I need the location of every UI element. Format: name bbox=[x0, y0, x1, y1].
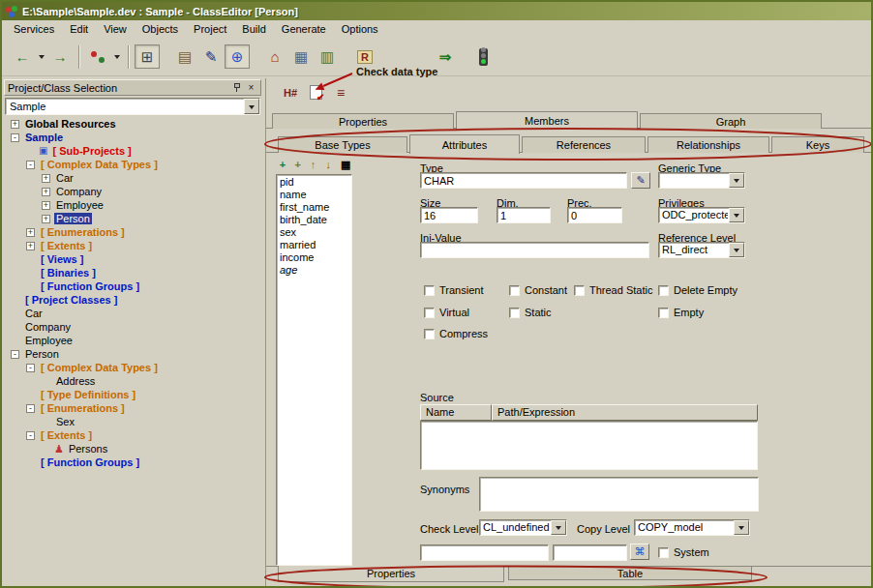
objects-dropdown[interactable] bbox=[111, 44, 123, 69]
member-tab[interactable]: Relationships bbox=[647, 136, 769, 153]
attribute-list-item[interactable]: first_name bbox=[277, 201, 351, 214]
tree-expander[interactable]: - bbox=[26, 431, 35, 440]
tree-item[interactable]: - [ Complex Data Types ] bbox=[5, 158, 260, 171]
tree-item[interactable]: [ Binaries ] bbox=[5, 266, 260, 279]
attribute-list-item[interactable]: name bbox=[277, 189, 351, 201]
copy-level-select[interactable]: COPY_model bbox=[634, 519, 750, 536]
traffic-light-button[interactable] bbox=[470, 44, 496, 69]
attribute-list-item[interactable]: pid bbox=[277, 176, 351, 189]
tree-item[interactable]: [ Project Classes ] bbox=[5, 293, 260, 307]
tree-expander[interactable]: - bbox=[11, 350, 19, 359]
static-checkbox-box[interactable] bbox=[509, 308, 520, 318]
check-level-dropdown-button[interactable] bbox=[551, 520, 566, 535]
move-up-button[interactable]: ↑ bbox=[307, 158, 320, 172]
tree-item[interactable]: ♟ Persons bbox=[5, 442, 260, 456]
attribute-list-item[interactable]: income bbox=[277, 251, 351, 264]
tree-item[interactable]: Address bbox=[5, 374, 260, 388]
tree-item[interactable]: + Global Resources bbox=[5, 117, 260, 131]
privileges-select[interactable]: ODC_protected bbox=[658, 207, 745, 223]
insert-attribute-button[interactable]: + bbox=[291, 158, 305, 172]
tree-item[interactable]: - [ Enumerations ] bbox=[5, 401, 260, 415]
type-input[interactable]: CHAR bbox=[420, 172, 627, 189]
system-checkbox[interactable]: System bbox=[658, 546, 709, 558]
tree-expander[interactable]: + bbox=[42, 201, 50, 210]
type-picker-button[interactable]: ✎ bbox=[631, 172, 650, 189]
tree-expander[interactable]: + bbox=[26, 242, 35, 250]
class-hierarchy-button[interactable]: ⊞ bbox=[135, 44, 160, 69]
transient-checkbox[interactable]: Transient bbox=[424, 284, 483, 296]
thread-static-checkbox-box[interactable] bbox=[574, 285, 585, 296]
table-view-button[interactable]: ▦ bbox=[339, 158, 352, 172]
privileges-dropdown-button[interactable] bbox=[729, 208, 744, 222]
synonyms-input[interactable] bbox=[479, 477, 759, 512]
ini-value-input[interactable] bbox=[420, 242, 649, 258]
edit-button[interactable]: ✎ bbox=[198, 44, 224, 69]
menu-item[interactable]: Objects bbox=[135, 22, 186, 36]
constant-checkbox-box[interactable] bbox=[509, 285, 520, 296]
tree-expander[interactable]: + bbox=[11, 120, 19, 129]
tree-item[interactable]: + Car bbox=[5, 171, 260, 185]
thread-static-checkbox[interactable]: Thread Static bbox=[574, 284, 652, 296]
bottom-tab[interactable]: Properties bbox=[278, 566, 504, 582]
move-down-button[interactable]: ↓ bbox=[321, 158, 335, 172]
add-attribute-button[interactable]: + bbox=[276, 158, 289, 172]
menu-item[interactable]: Services bbox=[6, 22, 62, 36]
menu-item[interactable]: Options bbox=[334, 22, 386, 36]
globe-button[interactable]: ⊕ bbox=[225, 44, 250, 69]
tree-expander[interactable]: + bbox=[26, 228, 35, 237]
main-tab[interactable]: Members bbox=[456, 111, 638, 130]
generic-type-select[interactable] bbox=[658, 172, 745, 189]
attribute-list-item[interactable]: birth_date bbox=[277, 214, 351, 226]
tree-expander[interactable]: + bbox=[42, 188, 50, 196]
tree-item[interactable]: [ Type Definitions ] bbox=[5, 388, 260, 401]
notebook-button[interactable]: ▤ bbox=[172, 44, 197, 69]
check-data-type-button[interactable]: ✔ bbox=[305, 82, 326, 103]
menu-item[interactable]: View bbox=[96, 22, 135, 36]
hide-names-button[interactable]: H# bbox=[280, 82, 301, 103]
tree-item[interactable]: [ Function Groups ] bbox=[5, 279, 260, 293]
close-icon[interactable]: × bbox=[245, 81, 257, 94]
tree-item[interactable]: [ Views ] bbox=[5, 252, 260, 266]
tree-item[interactable]: ▣ [ Sub-Projects ] bbox=[5, 144, 260, 158]
virtual-checkbox[interactable]: Virtual bbox=[424, 307, 469, 318]
constant-checkbox[interactable]: Constant bbox=[509, 284, 567, 296]
copy-level-dropdown-button[interactable] bbox=[734, 520, 749, 535]
tree-expander[interactable]: + bbox=[42, 174, 50, 183]
tree-item[interactable]: Sex bbox=[5, 415, 260, 428]
check-level-select[interactable]: CL_undefined bbox=[479, 519, 567, 536]
empty-checkbox[interactable]: Empty bbox=[658, 307, 704, 318]
bottom-tab[interactable]: Table bbox=[508, 567, 752, 580]
menu-item[interactable]: Edit bbox=[62, 22, 96, 36]
attribute-list-item[interactable]: married bbox=[277, 239, 351, 251]
back-button[interactable]: ← bbox=[10, 44, 35, 69]
tree-item[interactable]: - Sample bbox=[5, 131, 260, 144]
back-history-dropdown[interactable] bbox=[36, 44, 47, 69]
tree-item[interactable]: Employee bbox=[5, 334, 260, 347]
delete-empty-checkbox[interactable]: Delete Empty bbox=[658, 284, 738, 296]
project-selector-dropdown-button[interactable] bbox=[244, 99, 259, 114]
source-column-header[interactable]: Name bbox=[420, 404, 492, 421]
forward-button[interactable]: → bbox=[47, 44, 73, 69]
tree-item[interactable]: Car bbox=[5, 307, 260, 320]
system-checkbox-box[interactable] bbox=[658, 547, 669, 558]
title-bar[interactable]: E:\Sample\Sample.dev : Sample - ClassEdi… bbox=[2, 2, 871, 20]
tree-item[interactable]: + Person bbox=[5, 212, 260, 225]
compress-checkbox-box[interactable] bbox=[424, 329, 435, 339]
tree-item[interactable]: Company bbox=[5, 320, 260, 334]
source-column-header[interactable]: Path/Expression bbox=[492, 404, 758, 421]
objects-button[interactable] bbox=[85, 44, 110, 69]
menu-item[interactable]: Project bbox=[186, 22, 234, 36]
tree-item[interactable]: + [ Extents ] bbox=[5, 239, 260, 252]
source-table-body[interactable] bbox=[420, 421, 758, 470]
empty-checkbox-box[interactable] bbox=[658, 308, 669, 318]
menu-item[interactable]: Generate bbox=[274, 22, 334, 36]
attribute-list-item[interactable]: age bbox=[277, 264, 351, 277]
size-input[interactable]: 16 bbox=[420, 207, 478, 223]
static-checkbox[interactable]: Static bbox=[509, 307, 552, 318]
tree-expander[interactable]: - bbox=[11, 133, 19, 142]
pin-icon[interactable] bbox=[230, 81, 243, 94]
tree-item[interactable]: - Person bbox=[5, 347, 260, 361]
member-tab[interactable]: Attributes bbox=[409, 134, 520, 154]
tree-item[interactable]: + Company bbox=[5, 185, 260, 198]
generic-type-dropdown-button[interactable] bbox=[729, 173, 744, 188]
